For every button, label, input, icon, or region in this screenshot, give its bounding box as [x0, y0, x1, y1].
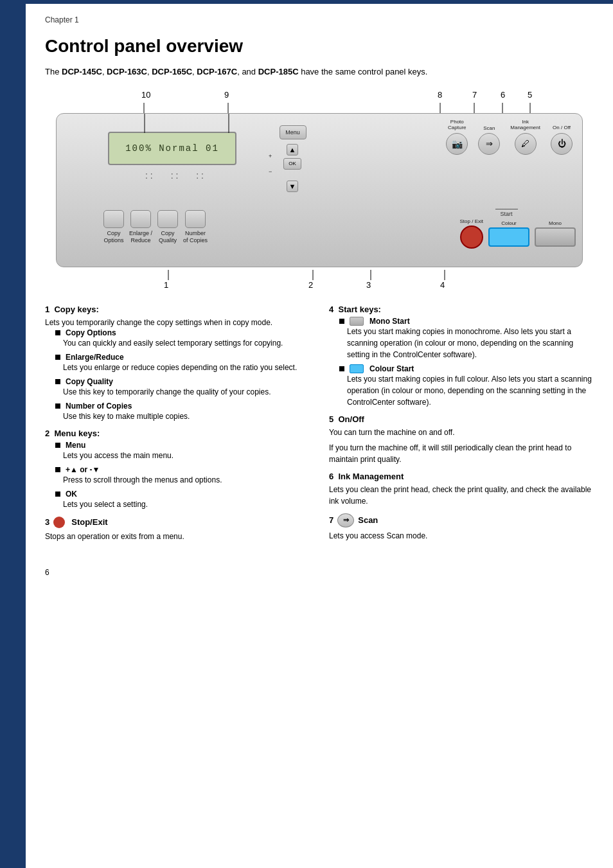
photo-capture-group: PhotoCapture 📷 — [446, 119, 468, 155]
control-panel-diagram: 10 9 8 7 6 5 100% Normal 0 — [56, 90, 583, 293]
mono-btn-icon — [350, 317, 364, 326]
diagram-numbers-top: 10 9 8 7 6 5 — [56, 90, 583, 113]
stop-exit-btn[interactable] — [460, 226, 483, 249]
colour-start-subitem: Colour Start Lets you start making copie… — [339, 364, 594, 408]
bottom-number-lines — [56, 270, 583, 281]
copy-options-label: CopyOptions — [103, 230, 123, 244]
scan-btn[interactable]: ⇒ — [478, 133, 500, 155]
page-title: Control panel overview — [45, 36, 594, 57]
ok-btn[interactable]: OK — [283, 158, 301, 170]
num-label-8: 8 — [438, 90, 442, 100]
bullet-ok — [55, 492, 60, 497]
mono-start-title-text: Mono Start — [369, 317, 410, 326]
on-off-group: On / Off ⏻ — [551, 125, 573, 155]
mono-start-body: Lets you start making copies in monochro… — [347, 326, 594, 360]
scan-group: Scan ⇒ — [478, 125, 500, 155]
item6-body: Lets you clean the print head, check the… — [329, 484, 594, 507]
colour-start-title-text: Colour Start — [369, 364, 414, 373]
ink-management-group: InkManagement 🖊 — [510, 119, 540, 155]
bullet-number-copies — [55, 403, 60, 409]
right-labels-row: PhotoCapture 📷 Scan ⇒ InkManagement — [446, 119, 573, 155]
num-label-3: 3 — [366, 280, 371, 290]
model-2: DCP-163C — [107, 67, 147, 76]
enlarge-reduce-subitem: Enlarge/Reduce Lets you enlarge or reduc… — [55, 353, 310, 373]
colour-start-btn[interactable] — [488, 227, 529, 247]
nav-cross: + ▲ ▼ OK − — [275, 144, 310, 192]
menu-btn[interactable]: Menu — [280, 125, 306, 139]
ok-subtitle: OK — [55, 490, 310, 499]
item3-body: Stops an operation or exits from a menu. — [45, 531, 310, 542]
copy-options-subitem: Copy Options You can quickly and easily … — [55, 328, 310, 349]
ok-subitem: OK Lets you select a setting. — [55, 490, 310, 510]
camera-icon: 📷 — [452, 139, 463, 149]
desc-item-2: 2 Menu keys: Menu Lets you access the ma… — [45, 429, 310, 510]
colour-start-body: Lets you start making copies in full col… — [347, 373, 594, 408]
stop-start-row: Stop / Exit Colour Mono — [460, 218, 576, 249]
model-4: DCP-167C — [197, 67, 237, 76]
item2-title: Menu keys: — [54, 429, 100, 438]
num-label-9: 9 — [224, 90, 229, 100]
minus-label: − — [269, 168, 272, 175]
mono-start-key-label: Mono — [549, 220, 562, 226]
number-copies-label: Numberof Copies — [183, 230, 208, 244]
num-label-10: 10 — [141, 90, 150, 100]
bullet-enlarge-reduce — [55, 355, 60, 360]
enlarge-reduce-title-text: Enlarge/Reduce — [66, 353, 124, 362]
desc-item-7-heading: 7 ⇒ Scan — [329, 513, 594, 527]
scan-icon: ⇒ — [486, 139, 493, 148]
bullet-menu — [55, 443, 60, 448]
lcd-display: 100% Normal 01 — [108, 132, 236, 165]
menu-block: Menu + ▲ ▼ OK − — [275, 125, 310, 192]
desc-item-7: 7 ⇒ Scan Lets you access Scan mode. — [329, 513, 594, 542]
desc-item-4-heading: 4 Start keys: — [329, 305, 594, 314]
top-number-lines — [56, 103, 583, 114]
left-sidebar-bar — [0, 0, 26, 868]
desc-item-3: 3 Stop/Exit Stops an operation or exits … — [45, 517, 310, 542]
nav-up-btn[interactable]: ▲ — [287, 144, 298, 155]
number-of-copies-btn[interactable]: Numberof Copies — [183, 210, 208, 244]
nav-title-text: +▲ or -▼ — [66, 465, 100, 474]
copy-quality-btn-shape — [157, 210, 178, 228]
enlarge-reduce-btn[interactable]: Enlarge /Reduce — [129, 210, 152, 244]
copy-quality-btn[interactable]: CopyQuality — [157, 210, 178, 244]
copy-options-subtitle: Copy Options — [55, 328, 310, 337]
copy-options-btn[interactable]: CopyOptions — [103, 210, 124, 244]
bullet-copy-quality — [55, 379, 60, 384]
copy-keys-row: CopyOptions Enlarge /Reduce CopyQuality … — [103, 210, 208, 244]
nav-down-btn[interactable]: ▼ — [287, 181, 298, 192]
model-1: DCP-145C — [62, 67, 102, 76]
item3-title: Stop/Exit — [71, 517, 107, 527]
copy-quality-subtitle: Copy Quality — [55, 377, 310, 386]
item6-title: Ink Management — [338, 472, 404, 481]
start-stop-area: Start Stop / Exit Colour Mono — [460, 209, 576, 249]
photo-capture-btn[interactable]: 📷 — [446, 133, 468, 155]
ink-management-label: InkManagement — [510, 119, 540, 131]
ok-body: Lets you select a setting. — [63, 499, 310, 510]
top-accent-bar — [26, 0, 613, 4]
num-label-7: 7 — [472, 90, 477, 100]
item1-num: 1 — [45, 305, 49, 314]
enlarge-reduce-subtitle: Enlarge/Reduce — [55, 353, 310, 362]
nav-subitem: +▲ or -▼ Press to scroll through the men… — [55, 465, 310, 486]
desc-item-4: 4 Start keys: Mono Start Lets you start … — [329, 305, 594, 408]
colour-start-group: Colour — [488, 220, 529, 247]
mono-start-btn[interactable] — [535, 227, 576, 247]
ink-management-btn[interactable]: 🖊 — [515, 133, 537, 155]
colour-btn-icon — [350, 364, 364, 373]
num-label-4: 4 — [440, 280, 445, 290]
num-label-5: 5 — [528, 90, 532, 100]
desc-item-3-heading: 3 Stop/Exit — [45, 517, 310, 528]
menu-body: Lets you access the main menu. — [63, 450, 310, 461]
number-copies-title-text: Number of Copies — [66, 402, 132, 411]
desc-item-1: 1 Copy keys: Lets you temporarily change… — [45, 305, 310, 422]
number-of-copies-subtitle: Number of Copies — [55, 402, 310, 411]
nav-body: Press to scroll through the menus and op… — [63, 474, 310, 486]
photo-capture-label: PhotoCapture — [448, 119, 466, 131]
scan-label: Scan — [483, 125, 495, 131]
ok-title-text: OK — [66, 490, 77, 499]
copy-quality-subitem: Copy Quality Use this key to temporarily… — [55, 377, 310, 398]
bullet-nav — [55, 467, 60, 472]
colour-start-subtitle: Colour Start — [339, 364, 594, 373]
on-off-btn[interactable]: ⏻ — [551, 133, 573, 155]
desc-item-1-heading: 1 Copy keys: — [45, 305, 310, 314]
